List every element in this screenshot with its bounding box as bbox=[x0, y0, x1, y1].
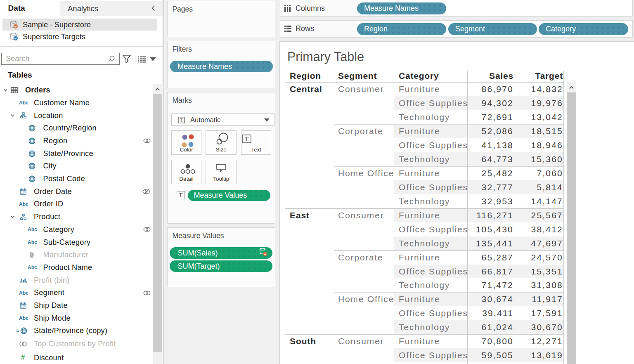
svg-text:T: T bbox=[180, 118, 183, 123]
svg-text:T: T bbox=[245, 136, 248, 142]
